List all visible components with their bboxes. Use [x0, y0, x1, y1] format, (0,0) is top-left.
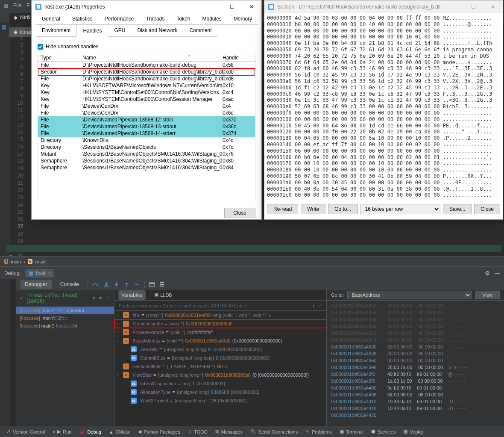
goto-select[interactable]: BaseAddress [347, 291, 472, 299]
tab-disk-and-network[interactable]: Disk and Network [131, 25, 183, 37]
hide-icon[interactable]: — [495, 270, 500, 276]
variable-row[interactable]: › ≡ SectionHandle = {void *} 0x000000000… [114, 319, 326, 328]
filter-icon[interactable]: ▼ [98, 295, 103, 301]
variable-row[interactable]: 01 Win32Protect = {unsigned long} 128 [0… [114, 396, 326, 405]
view-button[interactable]: View [475, 291, 500, 299]
handle-row[interactable]: File\Device\ConDrv0x4 [38, 103, 255, 109]
list-header[interactable]: Type Name Handle ^ [38, 54, 255, 62]
memory-row[interactable]: 0x000001b9f30a43b000 00 00 0000 00 00 00… [327, 316, 504, 323]
checkbox[interactable] [38, 44, 43, 50]
variable-row[interactable]: 01 ZeroBits = {unsigned long long} 0 [0x… [114, 345, 326, 354]
tab-threads[interactable]: Threads [140, 13, 170, 25]
memory-row[interactable]: 0x000001b9f30a43c800 00 00 0000 00 00 00… [327, 337, 504, 343]
lldb-tab[interactable]: ▣LLDB [154, 292, 172, 298]
bytes-per-row-select[interactable]: 16 bytes per row [360, 204, 440, 214]
evaluate-input[interactable]: Evaluate expression (Enter) or add a wat… [114, 301, 326, 311]
status-problems[interactable]: ⚠Problems [305, 429, 331, 434]
handle-row[interactable]: Semaphore\Sessions\1\BaseNamedObjects\SM… [38, 157, 255, 164]
force-step-into-icon[interactable] [114, 281, 120, 287]
handle-row[interactable]: File\Device\ConDrv0x6c [38, 109, 255, 116]
menu-file[interactable]: File [13, 3, 21, 9]
variable-row[interactable]: › ≡ BaseAddress = {void **} 0x000001b9f3… [114, 337, 326, 345]
run-to-cursor-icon[interactable] [134, 281, 140, 287]
tab-handles[interactable]: Handles [76, 25, 108, 37]
add-watch-icon[interactable]: + [312, 303, 315, 308]
status-debug[interactable]: 🐞Debug [79, 429, 101, 434]
memory-row[interactable]: 0x000001b9f30a4420 [327, 412, 504, 419]
maximize-button[interactable]: ☐ [222, 0, 242, 13]
variable-row[interactable]: › ≡ ViewSize = {unsigned long long *} 0x… [114, 371, 326, 379]
step-over-icon[interactable] [92, 281, 99, 287]
memory-row[interactable]: 0x000001b9f30a44009e b2 09 f3b9 01 00 00… [327, 384, 504, 391]
step-into-icon[interactable] [103, 281, 109, 287]
hide-unnamed-checkbox[interactable]: Hide unnamed handles [38, 44, 255, 50]
step-out-icon[interactable] [124, 281, 130, 287]
save-button[interactable]: Save... [443, 204, 472, 214]
handle-row[interactable]: FileD:\Projects\NtdllHookSandbox\cmake-b… [38, 62, 255, 68]
status-run[interactable]: ▶Run [53, 429, 71, 434]
reread-button[interactable]: Re-read [267, 204, 298, 214]
stack-frame[interactable]: [host.exe] main() host.cc:34 [16, 322, 114, 330]
memory-row[interactable]: 0x000001b9f30a43f81a 00 1c 0000 00 00 00… [327, 378, 504, 384]
status-terminal[interactable]: ▣Terminal [340, 429, 364, 434]
tab-comment[interactable]: Comment [183, 25, 217, 37]
memory-row[interactable]: 0x000001b9f30a43a800 00 00 0000 00 00 00… [327, 309, 504, 316]
titlebar[interactable]: Section - D:\Projects\NtdllHookSandbox\c… [264, 0, 503, 13]
tab-debugger[interactable]: Debugger [21, 280, 52, 289]
memory-row[interactable]: 0x000001b9f30a441010 44 0a f3b9 01 00 00… [327, 398, 504, 405]
handle-row[interactable]: File\Device\NamedPipe\cidr-13568-14-stde… [38, 130, 255, 137]
status-python-packages[interactable]: ◆Python Packages [138, 429, 181, 434]
close-button[interactable]: ✕ [242, 0, 261, 13]
memory-row[interactable]: 0x000001b9f30a43d000 00 00 0000 00 00 00… [327, 343, 504, 350]
handle-row[interactable]: KeyHKLM\SYSTEM\ControlSet001\Control\Ses… [38, 96, 255, 103]
tab-general[interactable]: General [36, 13, 66, 25]
tab-modules[interactable]: Modules [196, 13, 227, 25]
close-tab-icon[interactable]: × [48, 270, 51, 276]
chevron-right-icon[interactable]: › [117, 330, 121, 334]
tab-environment[interactable]: Environment [36, 25, 76, 37]
chevron-right-icon[interactable]: › [117, 364, 121, 369]
chevron-right-icon[interactable]: › [117, 339, 121, 343]
titlebar[interactable]: host.exe (1416) Properties — ☐ ✕ [32, 0, 261, 13]
goto-button[interactable]: Go to... [328, 204, 357, 214]
variable-row[interactable]: › ≡ this = {const *} 0x00000016621aef80 … [114, 311, 326, 319]
memory-row[interactable]: 0x000001b9f30a43e000 00 00 0000 00 00 00… [327, 357, 504, 364]
variable-row[interactable]: 01 AllocationType = {unsigned long} 8388… [114, 388, 326, 396]
hex-dump[interactable]: 00000000 4d 5a 90 00 03 00 00 00 04 00 0… [264, 13, 503, 201]
chevron-right-icon[interactable]: › [117, 373, 121, 377]
handle-row[interactable]: SectionD:\Projects\NtdllHookSandbox\cmak… [38, 68, 255, 75]
status-vcpkg[interactable]: ▦Vcpkg [403, 429, 423, 434]
more-icon[interactable]: ⋮ [105, 295, 111, 301]
handle-row[interactable]: FileD:\Projects\NtdllHookSandbox\cmake-b… [38, 75, 255, 82]
close-button[interactable]: Close [474, 204, 500, 214]
variable-row[interactable]: 01 CommitSize = {unsigned long long} 0 [… [114, 354, 326, 362]
chevron-right-icon[interactable]: › [117, 313, 121, 317]
memory-row[interactable]: 0x000001b9f30a43a000 00 00 0000 00 00 00… [327, 302, 504, 309]
handle-row[interactable]: Semaphore\Sessions\1\BaseNamedObjects\SM… [38, 164, 255, 171]
memory-row[interactable]: 0x000001b9f30a43e878 00 7a 0000 00 00 00… [327, 364, 504, 371]
tab-statistics[interactable]: Statistics [66, 13, 99, 25]
evaluate-icon[interactable] [149, 281, 155, 287]
memory-row[interactable]: 0x000001b9f30a43d800 00 00 0000 00 00 00… [327, 350, 504, 357]
handle-row[interactable]: Directory\KnownDlls0x4c [38, 137, 255, 144]
stack-frame[interactable]: [host.exe] `main'::`2':::: [16, 314, 114, 322]
memory-row[interactable]: 0x000001b9f30a43f040 b2 09 f3b9 01 00 00… [327, 371, 504, 378]
minimize-button[interactable]: — [444, 0, 463, 13]
status-services[interactable]: ⬢Services [371, 429, 396, 434]
variable-row[interactable]: › ≡ SectionOffset = {_LARGE_INTEGER *} N… [114, 362, 326, 371]
close-button[interactable]: ✕ [483, 0, 503, 13]
status-version-control[interactable]: ⎇Version Control [5, 429, 45, 434]
status-serial-connections[interactable]: 🔌Serial Connections [250, 429, 298, 434]
write-button[interactable]: Write [301, 204, 325, 214]
tab-memory[interactable]: Memory [228, 13, 258, 25]
close-button[interactable]: Close [224, 208, 255, 218]
status-messages[interactable]: ✉Messages [215, 429, 243, 434]
variable-row[interactable]: › ≡ ProcessHandle = {void *} 0xfffffffff… [114, 328, 326, 337]
menu-edit[interactable]: E [26, 3, 30, 9]
handle-list[interactable]: Type Name Handle ^ FileD:\Projects\Ntdll… [38, 54, 255, 199]
handle-row[interactable]: Mutant\Sessions\1\BaseNamedObjects\SM0:1… [38, 151, 255, 157]
memory-row[interactable]: 0x000001b9f30a441810 44 0a f3b9 01 00 00… [327, 405, 504, 412]
status-cmake[interactable]: ▲CMake [109, 429, 131, 434]
tab-token[interactable]: Token [170, 13, 196, 25]
tab-variables[interactable]: Variables [118, 290, 146, 300]
